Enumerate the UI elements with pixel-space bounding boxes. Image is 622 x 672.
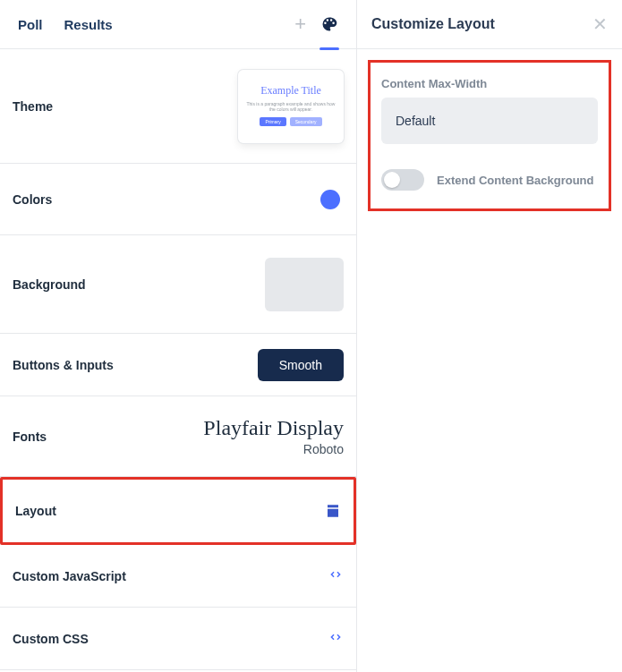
customize-tab-icon[interactable] bbox=[320, 15, 338, 33]
palette-icon bbox=[320, 15, 338, 33]
code-icon bbox=[328, 629, 344, 648]
right-panel-title: Customize Layout bbox=[371, 16, 495, 32]
font-body-name: Roboto bbox=[203, 442, 344, 456]
right-panel-header: Customize Layout ✕ bbox=[357, 0, 622, 49]
layout-icon bbox=[325, 503, 341, 519]
color-swatch-primary[interactable] bbox=[320, 190, 340, 209]
row-label-colors: Colors bbox=[13, 192, 52, 207]
code-icon bbox=[328, 566, 344, 585]
add-tab-icon[interactable]: + bbox=[294, 14, 306, 34]
row-label-custom-js: Custom JavaScript bbox=[13, 569, 126, 583]
row-label-theme: Theme bbox=[13, 99, 53, 114]
row-fonts[interactable]: Fonts Playfair Display Roboto bbox=[0, 396, 356, 477]
button-style-value[interactable]: Smooth bbox=[258, 349, 344, 381]
tab-bar: Poll Results + bbox=[0, 0, 356, 49]
row-buttons-inputs[interactable]: Buttons & Inputs Smooth bbox=[0, 334, 356, 396]
theme-preview-primary-button: Primary bbox=[260, 117, 285, 126]
tab-poll[interactable]: Poll bbox=[18, 17, 43, 32]
theme-preview-paragraph: This is a paragraph example and shows ho… bbox=[243, 101, 338, 113]
row-colors[interactable]: Colors bbox=[0, 164, 356, 235]
tab-results[interactable]: Results bbox=[64, 17, 113, 32]
layout-settings-highlight: Content Max-Width Default Extend Content… bbox=[368, 60, 611, 211]
close-icon[interactable]: ✕ bbox=[592, 15, 608, 33]
theme-preview-title: Example Title bbox=[260, 84, 321, 98]
background-swatch[interactable] bbox=[265, 258, 344, 311]
extend-background-toggle[interactable] bbox=[381, 169, 424, 191]
theme-preview-secondary-button: Secondary bbox=[290, 117, 322, 126]
row-label-custom-css: Custom CSS bbox=[13, 632, 89, 646]
row-label-buttons: Buttons & Inputs bbox=[13, 358, 114, 372]
content-max-width-select[interactable]: Default bbox=[381, 98, 598, 144]
row-background[interactable]: Background bbox=[0, 235, 356, 334]
right-panel: Customize Layout ✕ Content Max-Width Def… bbox=[357, 0, 622, 672]
row-label-layout: Layout bbox=[15, 504, 56, 518]
toggle-knob bbox=[384, 172, 400, 188]
row-custom-js[interactable]: Custom JavaScript bbox=[0, 545, 356, 608]
row-theme[interactable]: Theme Example Title This is a paragraph … bbox=[0, 49, 356, 164]
row-custom-css[interactable]: Custom CSS bbox=[0, 608, 356, 670]
font-heading-name: Playfair Display bbox=[203, 416, 344, 440]
left-panel: Poll Results + Theme Example Title This … bbox=[0, 0, 357, 672]
theme-preview-card: Example Title This is a paragraph exampl… bbox=[238, 70, 344, 143]
row-layout[interactable]: Layout bbox=[0, 477, 356, 545]
row-label-fonts: Fonts bbox=[13, 430, 47, 444]
row-label-background: Background bbox=[13, 277, 86, 292]
extend-background-label: Extend Content Background bbox=[437, 174, 594, 187]
content-max-width-label: Content Max-Width bbox=[381, 77, 598, 90]
